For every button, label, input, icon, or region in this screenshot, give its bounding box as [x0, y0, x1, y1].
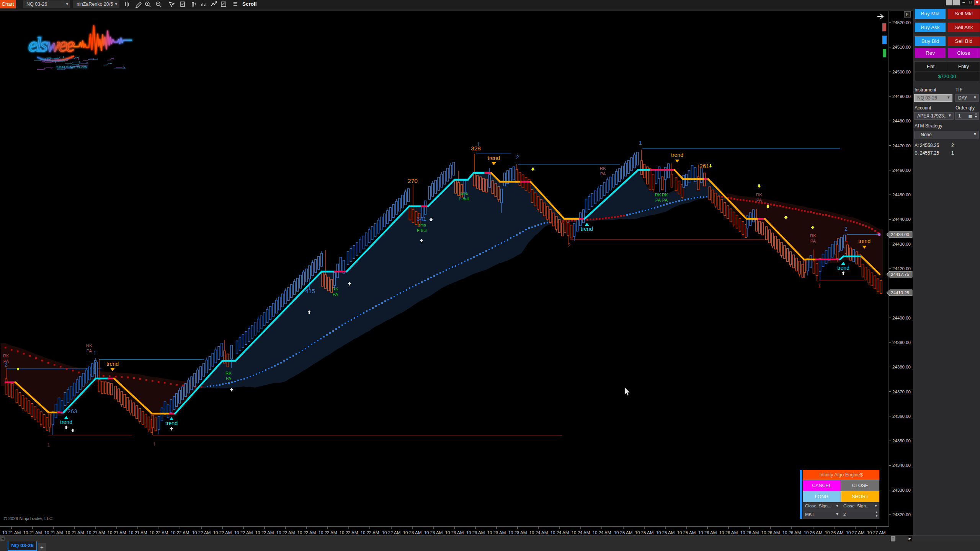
svg-text:10:22 AM: 10:22 AM: [276, 530, 295, 535]
svg-text:10:22 AM: 10:22 AM: [340, 530, 358, 535]
svg-text:10:24 AM: 10:24 AM: [529, 530, 548, 535]
svg-text:PA: PA: [226, 376, 232, 381]
svg-text:10:21 AM: 10:21 AM: [2, 530, 21, 535]
svg-text:10:26 AM: 10:26 AM: [804, 530, 823, 535]
svg-text:1: 1: [639, 140, 642, 146]
svg-text:270: 270: [408, 178, 418, 184]
svg-text:trend: trend: [488, 155, 500, 161]
svg-text:F-Bull: F-Bull: [459, 196, 469, 201]
svg-text:24500.00: 24500.00: [892, 70, 911, 74]
svg-text:trend: trend: [165, 420, 178, 426]
svg-text:10:22 AM: 10:22 AM: [318, 530, 337, 535]
svg-text:RK: RK: [655, 192, 661, 197]
svg-text:10:23 AM: 10:23 AM: [466, 530, 485, 535]
svg-text:trend: trend: [581, 226, 593, 232]
svg-text:trend: trend: [671, 152, 683, 158]
svg-text:sma: sma: [418, 223, 426, 227]
svg-text:10:22 AM: 10:22 AM: [297, 530, 316, 535]
svg-text:24370.00: 24370.00: [892, 390, 911, 394]
svg-text:10:22 AM: 10:22 AM: [255, 530, 274, 535]
svg-text:1: 1: [477, 141, 480, 147]
svg-text:RK: RK: [332, 287, 338, 291]
svg-text:trend: trend: [106, 361, 119, 367]
svg-text:10:22 AM: 10:22 AM: [382, 530, 401, 535]
svg-text:PA: PA: [600, 171, 606, 176]
svg-text:10:23 AM: 10:23 AM: [424, 530, 443, 535]
svg-text:10:21 AM: 10:21 AM: [44, 530, 63, 535]
svg-text:SCALPING FLOW: SCALPING FLOW: [56, 65, 87, 69]
svg-text:24360.00: 24360.00: [892, 414, 911, 419]
svg-text:24417.75: 24417.75: [891, 272, 909, 277]
svg-text:10:24 AM: 10:24 AM: [572, 530, 590, 535]
svg-text:24340.00: 24340.00: [892, 463, 911, 468]
svg-text:10:22 AM: 10:22 AM: [150, 530, 168, 535]
svg-text:24420.00: 24420.00: [892, 266, 911, 271]
svg-text:sma: sma: [460, 191, 468, 196]
svg-text:10:23 AM: 10:23 AM: [445, 530, 464, 535]
svg-text:© 2026 NinjaTrader, LLC: © 2026 NinjaTrader, LLC: [4, 516, 52, 521]
svg-text:1: 1: [47, 442, 50, 448]
svg-text:RK: RK: [3, 354, 9, 358]
svg-text:RK: RK: [600, 166, 606, 171]
svg-text:24400.00: 24400.00: [892, 316, 911, 320]
svg-text:elswee: elswee: [28, 33, 75, 55]
svg-text:10:24 AM: 10:24 AM: [550, 530, 569, 535]
svg-text:10:22 AM: 10:22 AM: [171, 530, 189, 535]
svg-text:24410.25: 24410.25: [891, 290, 909, 295]
svg-text:RK: RK: [225, 371, 232, 375]
svg-text:F: F: [906, 12, 909, 17]
svg-text:24320.00: 24320.00: [892, 512, 911, 517]
svg-text:10:27 AM: 10:27 AM: [867, 530, 886, 535]
svg-text:261: 261: [699, 163, 709, 169]
svg-text:1: 1: [93, 350, 96, 356]
svg-text:RK: RK: [86, 343, 92, 348]
svg-text:24450.00: 24450.00: [892, 192, 911, 197]
svg-text:10:21 AM: 10:21 AM: [129, 530, 147, 535]
svg-text:10:22 AM: 10:22 AM: [213, 530, 232, 535]
svg-text:341: 341: [416, 215, 426, 222]
svg-text:RK: RK: [810, 233, 816, 238]
svg-text:1: 1: [153, 441, 156, 447]
svg-text:10:21 AM: 10:21 AM: [108, 530, 126, 535]
svg-text:24380.00: 24380.00: [892, 365, 911, 369]
svg-text:1: 1: [818, 282, 821, 289]
svg-text:RK: RK: [662, 192, 668, 197]
svg-text:PA: PA: [333, 292, 338, 297]
svg-text:PA: PA: [3, 359, 9, 364]
svg-text:24350.00: 24350.00: [892, 439, 911, 443]
svg-text:PA: PA: [756, 198, 762, 202]
svg-text:24480.00: 24480.00: [892, 119, 911, 123]
svg-text:2: 2: [844, 226, 848, 232]
svg-text:10:26 AM: 10:26 AM: [719, 530, 738, 535]
svg-text:24470.00: 24470.00: [892, 143, 911, 148]
svg-text:trend: trend: [837, 265, 849, 271]
svg-text:10:25 AM: 10:25 AM: [677, 530, 696, 535]
svg-text:10:22 AM: 10:22 AM: [361, 530, 379, 535]
svg-text:10:25 AM: 10:25 AM: [656, 530, 675, 535]
svg-text:10:21 AM: 10:21 AM: [23, 530, 42, 535]
svg-text:PA: PA: [87, 349, 92, 353]
svg-text:PA: PA: [810, 239, 816, 243]
svg-text:10:24 AM: 10:24 AM: [593, 530, 611, 535]
svg-text:10:26 AM: 10:26 AM: [782, 530, 801, 535]
svg-text:PA: PA: [662, 198, 668, 202]
svg-text:10:23 AM: 10:23 AM: [403, 530, 422, 535]
svg-text:PA: PA: [655, 198, 661, 202]
svg-text:24440.00: 24440.00: [892, 217, 911, 222]
svg-text:10:23 AM: 10:23 AM: [487, 530, 506, 535]
svg-text:24460.00: 24460.00: [892, 168, 911, 173]
svg-text:24430.00: 24430.00: [892, 242, 911, 246]
svg-text:2: 2: [516, 154, 519, 160]
svg-text:F-Bull: F-Bull: [417, 228, 427, 233]
svg-text:trend: trend: [60, 419, 72, 425]
svg-text:RK: RK: [756, 192, 762, 197]
svg-text:10:26 AM: 10:26 AM: [825, 530, 844, 535]
svg-text:10:22 AM: 10:22 AM: [192, 530, 211, 535]
svg-text:24330.00: 24330.00: [892, 488, 911, 492]
svg-text:24490.00: 24490.00: [892, 94, 911, 99]
svg-text:24390.00: 24390.00: [892, 340, 911, 345]
svg-text:10:21 AM: 10:21 AM: [87, 530, 105, 535]
svg-text:10:21 AM: 10:21 AM: [65, 530, 84, 535]
svg-text:10:22 AM: 10:22 AM: [234, 530, 253, 535]
svg-text:trend: trend: [858, 238, 871, 244]
